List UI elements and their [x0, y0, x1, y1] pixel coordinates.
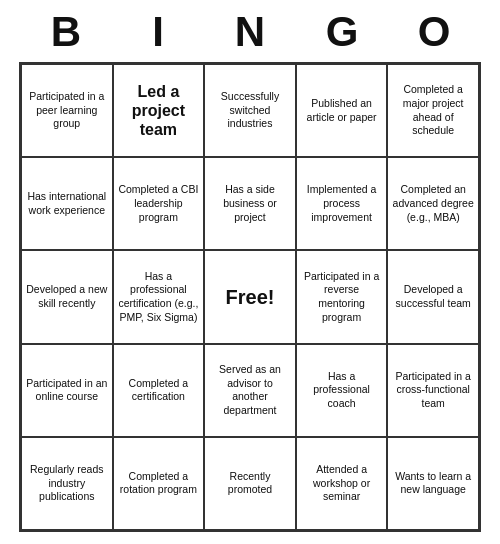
cell-13[interactable]: Participated in a reverse mentoring prog…	[296, 250, 388, 343]
cell-5[interactable]: Has international work experience	[21, 157, 113, 250]
cell-18[interactable]: Has a professional coach	[296, 344, 388, 437]
cell-17[interactable]: Served as an advisor to another departme…	[204, 344, 296, 437]
letter-o: O	[390, 8, 478, 56]
cell-24[interactable]: Wants to learn a new language	[387, 437, 479, 530]
cell-free[interactable]: Free!	[204, 250, 296, 343]
cell-11[interactable]: Has a professional certification (e.g., …	[113, 250, 205, 343]
cell-22[interactable]: Recently promoted	[204, 437, 296, 530]
letter-g: G	[298, 8, 386, 56]
cell-7[interactable]: Has a side business or project	[204, 157, 296, 250]
cell-2[interactable]: Successfully switched industries	[204, 64, 296, 157]
bingo-title: B I N G O	[20, 8, 480, 56]
cell-16[interactable]: Completed a certification	[113, 344, 205, 437]
cell-23[interactable]: Attended a workshop or seminar	[296, 437, 388, 530]
cell-10[interactable]: Developed a new skill recently	[21, 250, 113, 343]
cell-21[interactable]: Completed a rotation program	[113, 437, 205, 530]
cell-20[interactable]: Regularly reads industry publications	[21, 437, 113, 530]
cell-14[interactable]: Developed a successful team	[387, 250, 479, 343]
cell-1[interactable]: Led a project team	[113, 64, 205, 157]
cell-15[interactable]: Participated in an online course	[21, 344, 113, 437]
cell-3[interactable]: Published an article or paper	[296, 64, 388, 157]
letter-b: B	[22, 8, 110, 56]
letter-i: I	[114, 8, 202, 56]
cell-9[interactable]: Completed an advanced degree (e.g., MBA)	[387, 157, 479, 250]
cell-0[interactable]: Participated in a peer learning group	[21, 64, 113, 157]
cell-19[interactable]: Participated in a cross-functional team	[387, 344, 479, 437]
cell-6[interactable]: Completed a CBI leadership program	[113, 157, 205, 250]
cell-8[interactable]: Implemented a process improvement	[296, 157, 388, 250]
bingo-grid: Participated in a peer learning group Le…	[19, 62, 481, 532]
letter-n: N	[206, 8, 294, 56]
cell-4[interactable]: Completed a major project ahead of sched…	[387, 64, 479, 157]
